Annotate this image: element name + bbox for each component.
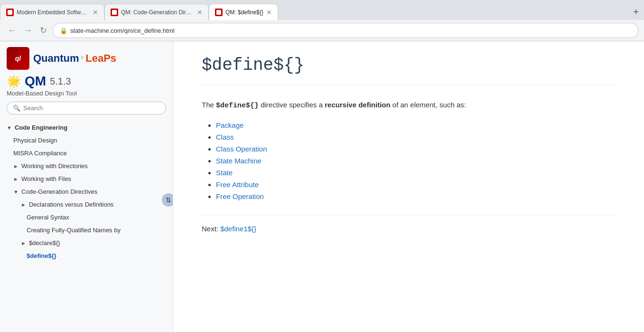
browser-chrome: Modern Embedded Software - C ✕ QM: Code-… — [0, 0, 644, 41]
search-box[interactable]: 🔍 — [7, 102, 166, 114]
nav-item-declare[interactable]: ► $declare${} — [0, 237, 173, 249]
nav-arrow-declare: ► — [21, 240, 26, 246]
nav-label-declarations: Declarations versus Definitions — [29, 201, 113, 208]
nav-label-physical-design: Physical Design — [13, 137, 57, 144]
nav-item-define[interactable]: $define${} — [0, 249, 173, 262]
scroll-indicator: ⇅ — [164, 193, 173, 207]
logo-reg: ® — [81, 56, 84, 60]
search-input[interactable] — [23, 104, 160, 112]
qm-version: 5.1.3 — [50, 76, 71, 87]
tab-1[interactable]: Modern Embedded Software - C ✕ — [0, 4, 104, 20]
forward-button[interactable]: → — [22, 24, 34, 38]
qm-line: 🌟 QM 5.1.3 — [7, 74, 166, 89]
list-item-package: Package — [216, 121, 616, 129]
model-tool-label: Model-Based Design Tool — [7, 90, 166, 97]
next-link[interactable]: $define1${} — [220, 225, 256, 233]
sidebar-header: ql Quantum ® LeaPs 🌟 QM 5.1.3 Model-Base… — [0, 41, 173, 118]
link-class-operation[interactable]: Class Operation — [216, 145, 267, 153]
tab-1-label: Modern Embedded Software - C — [17, 9, 90, 16]
list-item-class: Class — [216, 133, 616, 141]
tab-2-label: QM: Code-Generation Directives — [121, 9, 194, 16]
link-state-machine[interactable]: State Machine — [216, 157, 261, 165]
tab-bar: Modern Embedded Software - C ✕ QM: Code-… — [0, 0, 644, 20]
search-icon: 🔍 — [13, 104, 20, 112]
link-state[interactable]: State — [216, 169, 233, 177]
logo-box-text: ql — [15, 55, 21, 62]
logo-area: ql Quantum ® LeaPs — [7, 47, 166, 70]
reload-button[interactable]: ↻ — [38, 23, 49, 38]
list-item-free-operation: Free Operation — [216, 192, 616, 200]
sidebar: ql Quantum ® LeaPs 🌟 QM 5.1.3 Model-Base… — [0, 41, 173, 332]
intro-paragraph: The $define${} directive specifies a rec… — [202, 99, 616, 112]
intro-bold: recursive definition — [325, 101, 390, 109]
lock-icon: 🔒 — [60, 27, 67, 34]
intro-before: The — [202, 101, 216, 109]
new-tab-button[interactable]: + — [628, 4, 644, 20]
address-bar: ← → ↻ 🔒 state-machine.com/qm/ce_define.h… — [0, 20, 644, 41]
tab-3[interactable]: QM: $define${} ✕ — [209, 4, 278, 20]
nav-label-declare: $declare${} — [29, 239, 60, 247]
logo-text: Quantum ® LeaPs — [33, 52, 116, 65]
main-layout: ql Quantum ® LeaPs 🌟 QM 5.1.3 Model-Base… — [0, 41, 644, 332]
list-item-free-attribute: Free Attribute — [216, 180, 616, 189]
nav-item-physical-design[interactable]: Physical Design — [0, 134, 173, 147]
intro-after: of an element, such as: — [391, 101, 466, 109]
sun-icon: 🌟 — [7, 75, 21, 88]
nav-arrow-code-engineering: ▼ — [7, 125, 12, 131]
link-package[interactable]: Package — [216, 121, 243, 129]
intro-middle: directive specifies a — [259, 101, 325, 109]
nav-item-qualified-names[interactable]: Creating Fully-Qualified Names by — [0, 224, 173, 237]
link-free-attribute[interactable]: Free Attribute — [216, 180, 259, 189]
nav-label-code-engineering: Code Engineering — [15, 124, 67, 131]
nav-item-misra[interactable]: MISRA Compliance — [0, 147, 173, 160]
qm-label: QM — [25, 74, 46, 89]
list-item-state: State — [216, 169, 616, 177]
url-text: state-machine.com/qm/ce_define.html — [70, 27, 631, 34]
list-item-class-operation: Class Operation — [216, 145, 616, 153]
logo-quantum: Quantum — [33, 52, 79, 64]
tab-2-close[interactable]: ✕ — [197, 9, 203, 16]
list-item-state-machine: State Machine — [216, 157, 616, 165]
nav-label-directories: Working with Directories — [21, 162, 88, 170]
tab-3-close[interactable]: ✕ — [266, 9, 272, 16]
url-bar[interactable]: 🔒 state-machine.com/qm/ce_define.html — [53, 23, 638, 38]
scroll-up-button[interactable]: ⇅ — [162, 193, 173, 207]
nav-arrow-directories: ► — [13, 163, 19, 169]
tab-2-favicon — [111, 9, 118, 16]
page-title: $define${} — [202, 56, 616, 85]
content-area: $define${} The $define${} directive spec… — [173, 41, 644, 332]
nav-arrow-declarations: ► — [21, 202, 26, 208]
link-free-operation[interactable]: Free Operation — [216, 192, 264, 200]
logo-box: ql — [7, 47, 29, 70]
nav-label-general-syntax: General Syntax — [27, 214, 69, 221]
nav-item-code-gen[interactable]: ▼ Code-Generation Directives — [0, 185, 173, 198]
nav-label-misra: MISRA Compliance — [13, 150, 67, 157]
element-list: Package Class Class Operation State Mach… — [202, 121, 616, 200]
tab-2[interactable]: QM: Code-Generation Directives ✕ — [104, 4, 209, 20]
nav-arrow-code-gen: ▼ — [13, 189, 19, 195]
nav-label-qualified-names: Creating Fully-Qualified Names by — [27, 227, 121, 234]
next-label: Next: — [202, 225, 218, 233]
nav-arrow-files: ► — [13, 176, 19, 182]
nav-item-directories[interactable]: ► Working with Directories — [0, 160, 173, 172]
nav-item-declarations[interactable]: ► Declarations versus Definitions — [0, 198, 173, 211]
back-button[interactable]: ← — [6, 24, 18, 38]
nav-item-files[interactable]: ► Working with Files — [0, 172, 173, 185]
tab-1-favicon — [6, 9, 14, 16]
nav-label-code-gen: Code-Generation Directives — [21, 188, 97, 195]
intro-code: $define${} — [216, 102, 259, 110]
nav-item-general-syntax[interactable]: General Syntax — [0, 211, 173, 224]
sidebar-nav: ▼ Code Engineering Physical Design MISRA… — [0, 118, 173, 332]
nav-label-files: Working with Files — [21, 175, 71, 182]
tab-3-label: QM: $define${} — [225, 9, 263, 16]
tab-3-favicon — [215, 9, 223, 16]
link-class[interactable]: Class — [216, 133, 234, 141]
tab-1-close[interactable]: ✕ — [93, 9, 98, 16]
nav-label-define: $define${} — [27, 252, 56, 259]
next-section: Next: $define1${} — [202, 215, 616, 233]
logo-leaps: LeaPs — [85, 52, 116, 64]
nav-item-code-engineering[interactable]: ▼ Code Engineering — [0, 121, 173, 134]
